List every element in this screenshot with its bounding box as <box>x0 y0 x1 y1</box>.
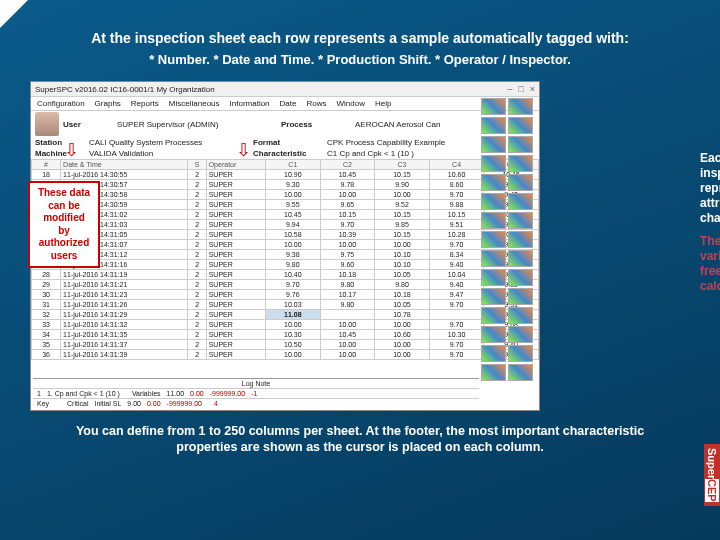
grid-cell[interactable]: 10.10 <box>375 260 430 270</box>
grid-cell[interactable]: 10.00 <box>266 320 321 330</box>
grid-cell[interactable]: 2 <box>188 260 206 270</box>
chart-icon[interactable] <box>481 307 506 324</box>
menu-item[interactable]: Date <box>280 99 297 108</box>
table-row[interactable]: 1911-jul-2016 14:30:572SUPER9.309.789.90… <box>32 180 539 190</box>
grid-cell[interactable]: 2 <box>188 190 206 200</box>
chart-icon[interactable] <box>481 212 506 229</box>
grid-cell[interactable]: 9.85 <box>375 220 430 230</box>
column-header[interactable]: S <box>188 160 206 170</box>
grid-cell[interactable]: 11-jul-2016 14:31:37 <box>61 340 188 350</box>
grid-cell[interactable]: 2 <box>188 280 206 290</box>
chart-icon[interactable] <box>481 345 506 362</box>
grid-cell[interactable]: 10.00 <box>266 190 321 200</box>
grid-cell[interactable]: SUPER <box>206 240 265 250</box>
grid-cell[interactable]: 9.90 <box>375 180 430 190</box>
grid-cell[interactable]: 10.45 <box>320 170 375 180</box>
menu-item[interactable]: Graphs <box>95 99 121 108</box>
grid-cell[interactable]: 9.70 <box>429 320 484 330</box>
table-row[interactable]: 2111-jul-2016 14:30:592SUPER9.559.659.52… <box>32 200 539 210</box>
grid-cell[interactable]: 10.00 <box>375 190 430 200</box>
grid-cell[interactable]: SUPER <box>206 300 265 310</box>
grid-cell[interactable]: 2 <box>188 180 206 190</box>
grid-cell[interactable]: 10.18 <box>375 290 430 300</box>
chart-icon[interactable] <box>481 98 506 115</box>
grid-cell[interactable]: 2 <box>188 270 206 280</box>
grid-cell[interactable]: 11-jul-2016 14:31:21 <box>61 280 188 290</box>
chart-icon[interactable] <box>481 326 506 343</box>
grid-cell[interactable]: 30 <box>32 290 61 300</box>
grid-cell[interactable]: SUPER <box>206 290 265 300</box>
grid-cell[interactable]: 11-jul-2016 14:31:19 <box>61 270 188 280</box>
grid-cell[interactable]: 11-jul-2016 14:31:29 <box>61 310 188 320</box>
chart-icon[interactable] <box>508 269 533 286</box>
table-row[interactable]: 3611-jul-2016 14:31:392SUPER10.0010.0010… <box>32 350 539 360</box>
grid-cell[interactable]: SUPER <box>206 250 265 260</box>
grid-cell[interactable]: 10.15 <box>375 170 430 180</box>
grid-cell[interactable]: 10.15 <box>429 210 484 220</box>
table-row[interactable]: 3111-jul-2016 14:31:262SUPER10.039.8010.… <box>32 300 539 310</box>
chart-icon[interactable] <box>508 212 533 229</box>
menu-item[interactable]: Reports <box>131 99 159 108</box>
grid-cell[interactable]: 9.70 <box>266 280 321 290</box>
chart-icon[interactable] <box>508 288 533 305</box>
grid-cell[interactable]: 10.00 <box>375 240 430 250</box>
chart-icon[interactable] <box>508 345 533 362</box>
grid-cell[interactable]: 10.00 <box>375 350 430 360</box>
grid-cell[interactable]: 10.10 <box>375 250 430 260</box>
grid-cell[interactable]: 9.70 <box>320 220 375 230</box>
data-grid[interactable]: #Date & TimeSOperatorC1C2C3C4C51811-jul-… <box>31 159 539 360</box>
menu-item[interactable]: Miscellaneous <box>169 99 220 108</box>
chart-icon[interactable] <box>508 136 533 153</box>
grid-cell[interactable]: SUPER <box>206 220 265 230</box>
grid-cell[interactable]: 9.80 <box>320 300 375 310</box>
grid-cell[interactable]: 9.80 <box>266 260 321 270</box>
grid-cell[interactable]: 2 <box>188 250 206 260</box>
grid-cell[interactable]: 10.45 <box>320 330 375 340</box>
grid-cell[interactable]: 10.15 <box>375 230 430 240</box>
grid-cell[interactable]: SUPER <box>206 260 265 270</box>
table-row[interactable]: 2311-jul-2016 14:31:032SUPER9.949.709.85… <box>32 220 539 230</box>
table-row[interactable]: 2711-jul-2016 14:31:162SUPER9.809.6010.1… <box>32 260 539 270</box>
chart-icon[interactable] <box>508 193 533 210</box>
grid-cell[interactable]: 10.00 <box>320 240 375 250</box>
grid-cell[interactable]: SUPER <box>206 340 265 350</box>
menu-item[interactable]: Information <box>230 99 270 108</box>
grid-cell[interactable]: 2 <box>188 350 206 360</box>
close-icon[interactable]: × <box>530 84 535 94</box>
grid-cell[interactable]: 11-jul-2016 14:31:35 <box>61 330 188 340</box>
chart-icon[interactable] <box>481 193 506 210</box>
grid-cell[interactable]: 2 <box>188 210 206 220</box>
grid-cell[interactable]: 9.80 <box>320 280 375 290</box>
grid-cell[interactable]: 9.52 <box>375 200 430 210</box>
maximize-icon[interactable]: □ <box>518 84 523 94</box>
column-header[interactable]: Operator <box>206 160 265 170</box>
grid-cell[interactable]: 33 <box>32 320 61 330</box>
grid-cell[interactable]: 28 <box>32 270 61 280</box>
grid-cell[interactable]: 10.00 <box>375 340 430 350</box>
grid-cell[interactable]: 8.34 <box>429 250 484 260</box>
grid-cell[interactable]: 32 <box>32 310 61 320</box>
grid-cell[interactable]: 10.00 <box>266 350 321 360</box>
table-row[interactable]: 2511-jul-2016 14:31:072SUPER10.0010.0010… <box>32 240 539 250</box>
grid-cell[interactable]: 2 <box>188 300 206 310</box>
table-row[interactable]: 3311-jul-2016 14:31:322SUPER10.0010.0010… <box>32 320 539 330</box>
grid-cell[interactable]: 10.15 <box>320 210 375 220</box>
column-header[interactable]: # <box>32 160 61 170</box>
table-row[interactable]: 3011-jul-2016 14:31:232SUPER9.7610.1710.… <box>32 290 539 300</box>
grid-cell[interactable]: SUPER <box>206 200 265 210</box>
grid-cell[interactable]: 10.18 <box>320 270 375 280</box>
grid-cell[interactable]: 11-jul-2016 14:31:32 <box>61 320 188 330</box>
grid-cell[interactable]: 9.65 <box>320 200 375 210</box>
grid-cell[interactable]: SUPER <box>206 310 265 320</box>
menu-item[interactable]: Window <box>337 99 365 108</box>
grid-cell[interactable]: 10.50 <box>266 340 321 350</box>
grid-cell[interactable]: 9.78 <box>320 180 375 190</box>
grid-cell[interactable]: 10.05 <box>375 300 430 310</box>
column-header[interactable]: Date & Time <box>61 160 188 170</box>
chart-icon[interactable] <box>481 250 506 267</box>
grid-cell[interactable]: 9.94 <box>266 220 321 230</box>
grid-cell[interactable]: 18 <box>32 170 61 180</box>
grid-cell[interactable]: 2 <box>188 200 206 210</box>
chart-icon[interactable] <box>508 250 533 267</box>
column-header[interactable]: C1 <box>266 160 321 170</box>
